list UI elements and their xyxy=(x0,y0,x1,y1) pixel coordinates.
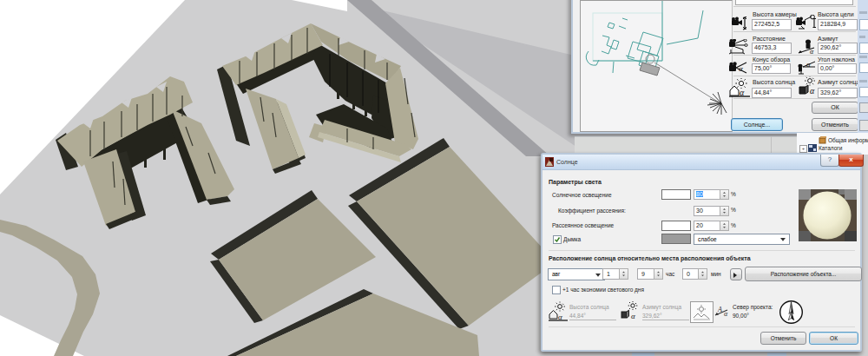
svg-text:α: α xyxy=(558,313,562,321)
svg-text:α: α xyxy=(631,312,635,320)
svg-text:α: α xyxy=(810,86,815,96)
svg-text:α: α xyxy=(806,60,811,69)
svg-text:α: α xyxy=(740,88,745,97)
svg-text:α: α xyxy=(724,310,728,317)
svg-text:α: α xyxy=(810,48,814,55)
svg-text:α: α xyxy=(739,64,743,73)
svg-text:A: A xyxy=(717,306,722,313)
